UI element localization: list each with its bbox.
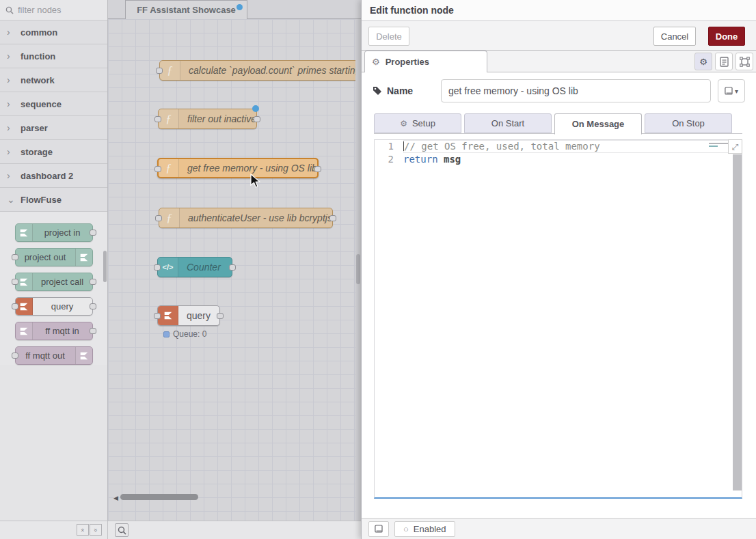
code-editor[interactable]: 1 // get OS free, used, total memory 2 r…	[374, 139, 742, 499]
node-name-input[interactable]	[441, 79, 711, 102]
node-description-button[interactable]	[715, 53, 733, 70]
input-port[interactable]	[12, 254, 18, 260]
node-appearance-button[interactable]	[735, 53, 753, 70]
palette-category-label: common	[21, 27, 57, 38]
name-label: Name	[373, 85, 435, 96]
done-button[interactable]: Done	[708, 27, 745, 46]
input-port[interactable]	[154, 116, 161, 122]
tray-tab-row: ⚙ Properties ⚙	[362, 51, 756, 72]
output-port[interactable]	[314, 166, 321, 172]
palette-node-project-in[interactable]: project in	[15, 223, 93, 242]
palette-node-project-out[interactable]: project out	[15, 248, 93, 266]
output-port[interactable]	[90, 279, 96, 285]
line-number: 1	[375, 140, 403, 153]
palette-collapse-all-button[interactable]: «	[77, 524, 89, 536]
canvas-vertical-scrollbar[interactable]	[355, 19, 361, 521]
palette-category-parser[interactable]: › parser	[0, 116, 107, 140]
tab-on-message[interactable]: On Message	[554, 113, 642, 135]
palette-category-label: FlowFuse	[21, 195, 62, 205]
appearance-icon	[740, 57, 750, 67]
input-port[interactable]	[154, 264, 161, 271]
output-port[interactable]	[90, 303, 96, 309]
tray-title: Edit function node	[370, 5, 454, 16]
node-red-editor: › common › function › network › sequence…	[0, 0, 756, 539]
palette-search-box[interactable]	[0, 0, 107, 20]
editor-footer: « »	[0, 521, 361, 539]
palette-category-label: function	[21, 51, 55, 61]
output-port[interactable]	[217, 313, 224, 319]
palette-search-input[interactable]	[18, 5, 93, 15]
node-filter-out-inactive[interactable]: ƒ filter out inactive	[158, 109, 257, 129]
palette-category-flowfuse[interactable]: ⌄ FlowFuse	[0, 188, 107, 212]
palette-node-ff-mqtt-in[interactable]: ff mqtt in	[15, 322, 93, 340]
tab-properties[interactable]: ⚙ Properties	[364, 51, 487, 72]
palette-node-label: project call	[33, 273, 92, 290]
delete-button[interactable]: Delete	[368, 27, 409, 46]
palette-category-label: dashboard 2	[21, 171, 73, 181]
node-authenticate-user[interactable]: ƒ authenticateUser - use lib bcryptjs	[159, 208, 333, 228]
palette-category-function[interactable]: › function	[0, 44, 107, 68]
gear-icon: ⚙	[372, 57, 380, 67]
scrollbar-thumb[interactable]	[356, 254, 360, 284]
palette-expand-all-button[interactable]: »	[90, 524, 102, 536]
output-port[interactable]	[229, 264, 236, 271]
output-port[interactable]	[90, 328, 96, 334]
code-line-2: 2 return msg	[375, 153, 742, 166]
scroll-left-arrow-icon[interactable]: ◀	[113, 495, 118, 501]
function-icon: ƒ	[159, 159, 179, 177]
input-port[interactable]	[12, 279, 18, 285]
status-text: Queue: 0	[173, 329, 206, 339]
node-counter[interactable]: </> Counter	[157, 257, 232, 277]
flowfuse-logo-icon	[75, 347, 92, 364]
caret-down-icon: ▾	[735, 87, 738, 95]
name-library-button[interactable]: ▾	[718, 79, 745, 102]
output-port[interactable]	[254, 116, 260, 122]
palette-node-label: query	[33, 298, 92, 315]
input-port[interactable]	[154, 313, 161, 319]
palette-scrollbar[interactable]	[103, 251, 107, 282]
palette-node-query[interactable]: query	[15, 297, 93, 316]
node-label: Counter	[178, 258, 232, 277]
node-palette: › common › function › network › sequence…	[0, 0, 108, 521]
canvas-horizontal-scrollbar[interactable]: ◀	[108, 493, 354, 501]
palette-flowfuse-nodes: project in project out project call	[0, 212, 107, 365]
canvas-search-button[interactable]	[115, 523, 129, 537]
gear-icon: ⚙	[699, 57, 707, 67]
node-query[interactable]: query Queue: 0	[157, 305, 220, 326]
tray-toolbar: Delete Cancel Done	[362, 21, 756, 51]
chevron-right-icon: ›	[7, 122, 14, 133]
output-port[interactable]	[90, 230, 96, 236]
input-port[interactable]	[12, 303, 18, 309]
node-calculate-primes[interactable]: ƒ calculate `payload.count` primes start…	[159, 60, 361, 81]
palette-category-network[interactable]: › network	[0, 68, 107, 92]
flow-tab[interactable]: FF Assistant Showcase	[125, 0, 247, 19]
cancel-button[interactable]: Cancel	[653, 27, 696, 46]
node-get-free-memory[interactable]: ƒ get free memory - using OS lib	[157, 158, 319, 178]
input-port[interactable]	[154, 166, 161, 172]
editor-expand-button[interactable]: ⤢	[728, 139, 742, 154]
palette-footer: « »	[0, 521, 108, 539]
palette-category-sequence[interactable]: › sequence	[0, 92, 107, 116]
tab-on-start[interactable]: On Start	[464, 113, 552, 133]
input-port[interactable]	[12, 353, 18, 359]
palette-node-project-call[interactable]: project call	[15, 273, 93, 291]
palette-category-common[interactable]: › common	[0, 20, 107, 44]
tab-setup[interactable]: ⚙ Setup	[374, 113, 461, 133]
input-port[interactable]	[156, 68, 163, 74]
editor-scrollbar[interactable]	[733, 154, 742, 490]
flow-canvas[interactable]: ƒ calculate `payload.count` primes start…	[108, 19, 361, 521]
tab-properties-label: Properties	[386, 57, 429, 67]
tab-on-stop[interactable]: On Stop	[645, 113, 732, 133]
palette-node-ff-mqtt-out[interactable]: ff mqtt out	[15, 346, 93, 365]
edit-node-tray: Edit function node Delete Cancel Done ⚙ …	[361, 0, 756, 539]
input-port[interactable]	[155, 215, 162, 221]
scrollbar-thumb[interactable]	[120, 494, 198, 500]
library-button[interactable]	[368, 521, 389, 537]
palette-category-storage[interactable]: › storage	[0, 140, 107, 164]
palette-category-dashboard2[interactable]: › dashboard 2	[0, 164, 107, 188]
enabled-toggle-button[interactable]: ○ Enabled	[394, 521, 455, 537]
function-editor-tabs: ⚙ Setup On Start On Message On Stop	[374, 113, 742, 134]
output-port[interactable]	[329, 215, 336, 221]
node-properties-button[interactable]: ⚙	[694, 53, 712, 70]
palette-category-label: sequence	[21, 99, 62, 109]
